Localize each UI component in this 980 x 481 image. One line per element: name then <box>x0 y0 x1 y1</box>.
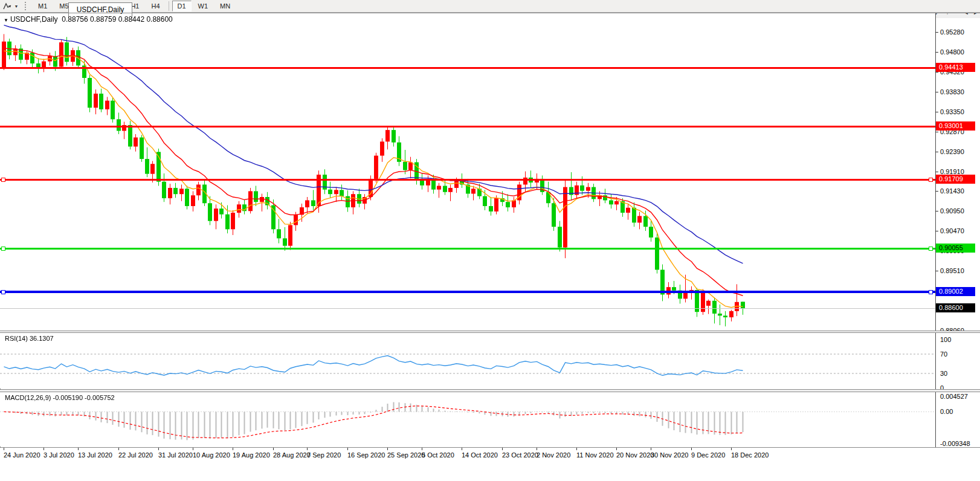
rsi-label: RSI(14) 36.1307 <box>5 335 54 342</box>
macd-indicator-canvas[interactable] <box>0 392 935 447</box>
time-axis-tick <box>731 448 732 450</box>
time-axis-label: 13 Jul 2020 <box>78 451 112 459</box>
price-line-0-88600[interactable] <box>0 308 935 309</box>
time-axis-label: 2 Nov 2020 <box>537 451 570 459</box>
time-axis-tick <box>118 448 119 450</box>
price-line-0-93001[interactable] <box>0 126 935 128</box>
price-axis-tick <box>935 231 938 231</box>
price-line-0-90055[interactable] <box>0 248 935 250</box>
rsi-indicator-canvas[interactable] <box>0 333 935 389</box>
price-axis-tick <box>935 172 938 172</box>
price-axis-tick <box>935 271 938 271</box>
timeframe-button-d1[interactable]: D1 <box>172 1 192 11</box>
time-axis-tick <box>4 448 4 450</box>
price-badge-0-93001: 0.93001 <box>936 121 975 131</box>
cursor-tool-icon[interactable] <box>2 1 13 11</box>
macd-axis-label: 0.00 <box>940 408 953 415</box>
line-right-handle[interactable] <box>929 247 933 251</box>
price-badge-0-89002: 0.89002 <box>936 287 975 296</box>
line-left-handle[interactable] <box>1 178 5 182</box>
rsi-axis-label: 30 <box>940 370 947 377</box>
time-axis-label: 11 Nov 2020 <box>576 451 614 459</box>
panel-separator <box>0 13 980 13</box>
chart-symbol-timeframe: USDCHF,Daily <box>10 15 58 24</box>
time-axis-tick <box>616 448 617 450</box>
time-axis-tick <box>273 448 274 450</box>
price-axis-tick <box>935 191 938 192</box>
price-axis-tick <box>935 92 938 92</box>
timeframe-button-h4[interactable]: H4 <box>146 1 165 11</box>
main-chart-canvas[interactable] <box>0 13 935 331</box>
chart-ohlc-values: 0.88756 0.88759 0.88442 0.88600 <box>62 15 173 24</box>
time-axis-label: 28 Aug 2020 <box>273 451 311 459</box>
time-axis-label: 7 Sep 2020 <box>307 451 341 459</box>
time-axis-label: 30 Nov 2020 <box>651 451 688 459</box>
time-axis-label: 19 Aug 2020 <box>233 451 270 459</box>
time-axis-tick <box>576 448 577 450</box>
time-axis-tick <box>387 448 388 450</box>
line-right-handle[interactable] <box>929 290 933 294</box>
time-axis-label: 9 Dec 2020 <box>691 451 725 459</box>
time-axis-tick <box>44 448 44 450</box>
price-axis-tick <box>935 32 938 33</box>
price-axis-label: 0.93830 <box>940 88 964 95</box>
time-axis[interactable]: 24 Jun 20203 Jul 202013 Jul 202022 Jul 2… <box>0 448 980 463</box>
macd-label: MACD(12,26,9) -0.005190 -0.005752 <box>5 394 115 401</box>
toolbar-drag-handle[interactable] <box>25 2 28 10</box>
time-axis-label: 24 Jun 2020 <box>4 451 40 459</box>
toolbar-separator <box>169 1 169 11</box>
time-axis-tick <box>233 448 233 450</box>
price-axis-tick <box>935 132 938 132</box>
time-axis-tick <box>78 448 79 450</box>
timeframe-button-mn[interactable]: MN <box>214 1 236 11</box>
time-axis-label: 14 Oct 2020 <box>462 451 498 459</box>
price-axis-label: 0.93350 <box>940 108 964 115</box>
rsi-axis-label: 70 <box>940 350 947 358</box>
time-axis-label: 22 Jul 2020 <box>118 451 153 459</box>
time-axis-border <box>0 447 980 448</box>
time-axis-tick <box>537 448 537 450</box>
trading-platform-window: ▼ M1M5M15M30H1H4D1W1MN ▼USDCHF,Daily 0.8… <box>0 0 980 481</box>
time-axis-tick <box>347 448 348 450</box>
time-axis-label: 5 Oct 2020 <box>422 451 454 459</box>
chart-title: ▼USDCHF,Daily 0.88756 0.88759 0.88442 0.… <box>4 15 173 24</box>
time-axis-tick <box>158 448 159 450</box>
line-left-handle[interactable] <box>1 247 5 251</box>
price-axis-tick <box>935 152 938 152</box>
timeframe-toolbar: ▼ M1M5M15M30H1H4D1W1MN <box>0 0 980 13</box>
time-axis-tick <box>502 448 503 450</box>
time-axis-tick <box>307 448 308 450</box>
time-axis-tick <box>422 448 422 450</box>
price-axis-label: 0.90950 <box>940 207 964 215</box>
price-axis-label: 0.90470 <box>940 227 964 234</box>
chart-title-collapse-icon[interactable]: ▼ <box>4 18 8 23</box>
cursor-tool-dropdown-icon[interactable]: ▼ <box>13 4 20 8</box>
price-axis-tick <box>935 112 938 112</box>
timeframe-button-m1[interactable]: M1 <box>33 1 53 11</box>
price-axis-label: 0.92390 <box>940 148 964 155</box>
price-axis-label: 0.94800 <box>940 48 964 56</box>
price-axis-label: 0.91430 <box>940 187 964 195</box>
price-line-0-89002[interactable] <box>0 291 935 293</box>
price-badge-0-90055: 0.90055 <box>936 244 975 253</box>
time-axis-label: 31 Jul 2020 <box>158 451 193 459</box>
time-axis-label: 25 Sep 2020 <box>387 451 425 459</box>
panel-separator <box>0 392 980 392</box>
line-left-handle[interactable] <box>1 290 5 294</box>
time-axis-label: 20 Nov 2020 <box>616 451 654 459</box>
timeframe-button-w1[interactable]: W1 <box>193 1 214 11</box>
price-badge-0-91709: 0.91709 <box>936 175 975 184</box>
time-axis-label: 18 Dec 2020 <box>731 451 769 459</box>
price-axis-label: 0.89510 <box>940 267 964 274</box>
line-right-handle[interactable] <box>929 178 933 182</box>
price-line-0-94413[interactable] <box>0 67 935 69</box>
price-axis-label: 0.91910 <box>940 168 964 175</box>
time-axis-label: 3 Jul 2020 <box>44 451 74 459</box>
panel-separator <box>0 332 980 333</box>
time-axis-label: 16 Sep 2020 <box>347 451 385 459</box>
price-axis-label: 0.95280 <box>940 28 964 36</box>
price-line-0-91709[interactable] <box>0 179 935 181</box>
price-axis-border <box>935 13 936 447</box>
price-axis-tick <box>935 52 938 53</box>
time-axis-label: 10 Aug 2020 <box>193 451 230 459</box>
